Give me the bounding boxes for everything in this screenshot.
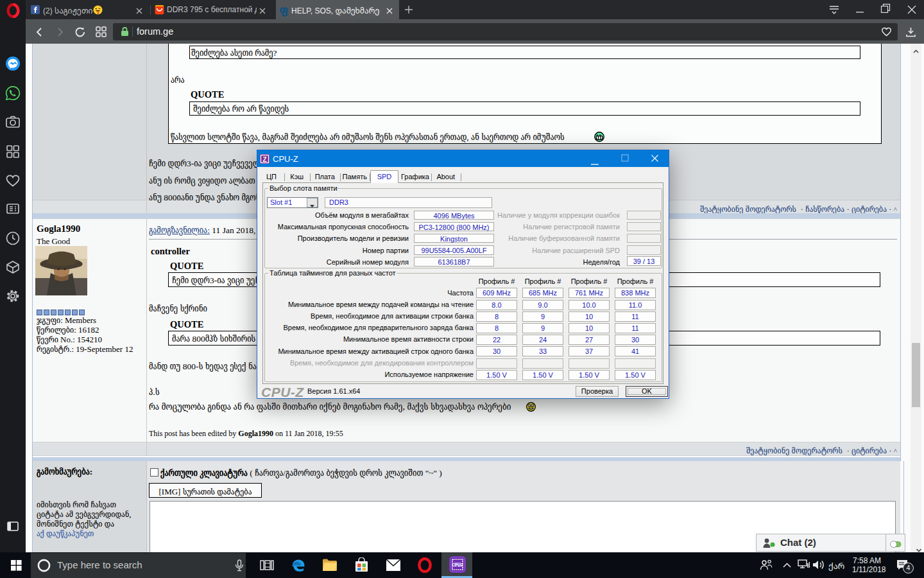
svg-text:Z: Z [262, 156, 266, 163]
svg-text:4: 4 [907, 564, 911, 572]
svg-text:CPUZ: CPUZ [452, 563, 463, 567]
